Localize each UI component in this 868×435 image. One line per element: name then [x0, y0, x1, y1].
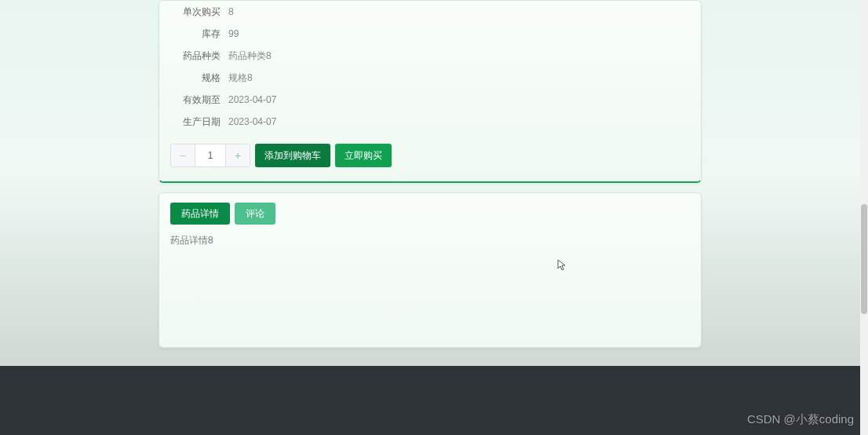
detail-label: 规格	[170, 71, 228, 85]
buy-now-button[interactable]: 立即购买	[335, 144, 392, 167]
detail-row: 库存 99	[170, 23, 690, 45]
page-footer	[0, 366, 861, 435]
tab-detail[interactable]: 药品详情	[170, 203, 230, 225]
detail-label: 单次购买	[170, 5, 228, 19]
product-tabs-card: 药品详情 评论 药品详情8	[159, 192, 702, 348]
detail-value: 药品种类8	[228, 49, 690, 63]
detail-label: 生产日期	[170, 115, 228, 129]
detail-row: 规格 规格8	[170, 67, 690, 89]
stepper-increase-button[interactable]: +	[226, 144, 250, 167]
add-to-cart-button[interactable]: 添加到购物车	[255, 144, 330, 167]
detail-value: 99	[228, 28, 690, 39]
minus-icon: −	[180, 149, 186, 162]
quantity-stepper: − +	[170, 144, 250, 167]
detail-label: 药品种类	[170, 49, 228, 63]
detail-label: 库存	[170, 27, 228, 41]
tab-content-detail: 药品详情8	[170, 234, 690, 247]
plus-icon: +	[235, 149, 241, 162]
stepper-decrease-button[interactable]: −	[171, 144, 195, 167]
detail-row: 生产日期 2023-04-07	[170, 111, 690, 133]
scrollbar-track[interactable]	[860, 0, 868, 435]
watermark: CSDN @小蔡coding	[747, 412, 854, 427]
detail-value: 8	[228, 6, 690, 17]
tab-review[interactable]: 评论	[235, 203, 275, 225]
quantity-input[interactable]	[195, 144, 226, 167]
product-detail-card: 单次购买 8 库存 99 药品种类 药品种类8 规格 规格8 有效期至 2023…	[159, 0, 702, 183]
scrollbar-thumb[interactable]	[861, 204, 867, 314]
purchase-controls: − + 添加到购物车 立即购买	[170, 144, 690, 167]
detail-value: 2023-04-07	[228, 94, 690, 105]
detail-row: 有效期至 2023-04-07	[170, 89, 690, 111]
detail-label: 有效期至	[170, 93, 228, 107]
detail-value: 规格8	[228, 71, 690, 85]
detail-value: 2023-04-07	[228, 116, 690, 127]
tabs: 药品详情 评论	[170, 203, 690, 225]
detail-row: 药品种类 药品种类8	[170, 45, 690, 67]
detail-row: 单次购买 8	[170, 1, 690, 23]
